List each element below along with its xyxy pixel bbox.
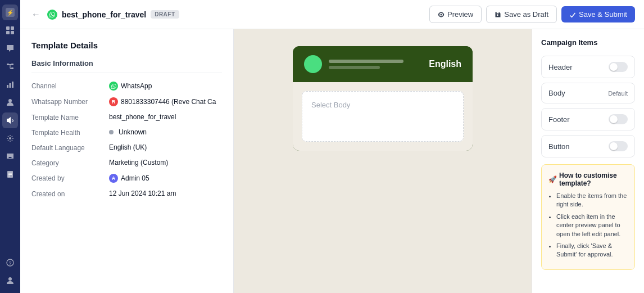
- right-panel: Campaign Items Header Body Default Foote…: [532, 29, 644, 293]
- main-area: ← best_phone_for_travel DRAFT Preview Sa…: [20, 0, 644, 293]
- svg-rect-3: [11, 26, 14, 30]
- campaign-item-footer[interactable]: Footer: [541, 108, 635, 130]
- created-by-value: A Admin 05: [109, 174, 149, 183]
- info-row-created-by: Created by A Admin 05: [31, 174, 222, 183]
- info-row-template-name: Template Name best_phone_for_travel: [31, 113, 222, 121]
- save-draft-button[interactable]: Save as Draft: [486, 6, 557, 23]
- created-on-label: Created on: [31, 190, 105, 198]
- page-title: best_phone_for_travel: [62, 10, 146, 19]
- button-toggle[interactable]: [609, 141, 628, 151]
- svg-rect-4: [6, 31, 10, 34]
- header-item-label: Header: [548, 63, 573, 71]
- category-value: Marketing (Custom): [109, 159, 168, 166]
- basic-info-title: Basic Information: [31, 59, 222, 73]
- svg-rect-8: [11, 67, 13, 69]
- lang-line-long: [329, 60, 403, 63]
- number-value: R 8801833307446 (Reve Chat Ca: [109, 97, 216, 106]
- sidebar-settings-icon[interactable]: [2, 130, 18, 146]
- channel-value: WhatsApp: [109, 82, 152, 91]
- save-submit-icon: [569, 11, 576, 18]
- svg-rect-7: [11, 64, 13, 65]
- health-dot-icon: [109, 130, 114, 134]
- how-to-title: 🚀 🚀 How to customise template? How to cu…: [548, 172, 628, 187]
- rocket-icon: 🚀: [548, 175, 557, 183]
- topbar-left: ← best_phone_for_travel DRAFT: [29, 7, 425, 22]
- preview-body-area[interactable]: Select Body: [293, 82, 473, 151]
- svg-text:⚡: ⚡: [7, 9, 14, 16]
- info-row-health: Template Health Unknown: [31, 128, 222, 137]
- language-label: Default Language: [31, 143, 105, 152]
- info-row-channel: Channel WhatsApp: [31, 82, 222, 91]
- sidebar-campaigns-icon[interactable]: [2, 112, 18, 128]
- how-to-step-3: Finally, click 'Save & Submit' for appro…: [556, 242, 628, 259]
- sidebar-help-icon[interactable]: ?: [2, 255, 18, 271]
- sidebar-grid-icon[interactable]: [2, 22, 18, 38]
- how-to-step-2: Click each item in the center preview pa…: [556, 213, 628, 238]
- footer-item-label: Footer: [548, 115, 570, 124]
- admin-avatar: A: [109, 174, 118, 183]
- save-submit-button[interactable]: Save & Submit: [561, 6, 635, 22]
- health-value: Unknown: [109, 128, 147, 136]
- campaign-item-body[interactable]: Body Default: [541, 83, 635, 103]
- sidebar-user-icon[interactable]: [2, 273, 18, 289]
- sidebar-chat-icon[interactable]: [2, 40, 18, 56]
- campaign-item-button[interactable]: Button: [541, 135, 635, 157]
- svg-text:?: ?: [8, 260, 11, 266]
- channel-label: Channel: [31, 82, 105, 90]
- lang-line-short: [329, 66, 380, 69]
- sidebar-inbox-icon[interactable]: [2, 148, 18, 164]
- created-on-value: 12 Jun 2024 10:21 am: [109, 190, 176, 197]
- message-bubble[interactable]: Select Body: [302, 91, 464, 142]
- template-name-value: best_phone_for_travel: [109, 113, 176, 121]
- topbar: ← best_phone_for_travel DRAFT Preview Sa…: [20, 0, 644, 29]
- campaign-items-title: Campaign Items: [541, 38, 635, 47]
- svg-rect-6: [7, 64, 9, 65]
- left-panel: Template Details Basic Information Chann…: [20, 29, 234, 293]
- reve-avatar: R: [109, 97, 118, 106]
- button-item-label: Button: [548, 142, 570, 151]
- sidebar-logo-icon[interactable]: ⚡: [2, 4, 18, 20]
- body-item-label: Body: [548, 89, 565, 97]
- number-label: Whatsapp Number: [31, 97, 105, 106]
- select-body-placeholder: Select Body: [311, 101, 350, 109]
- body-item-default: Default: [608, 90, 628, 97]
- sidebar: ⚡ ?: [0, 0, 20, 293]
- svg-rect-2: [6, 26, 10, 30]
- preview-icon: [438, 11, 445, 18]
- svg-rect-5: [11, 31, 14, 34]
- preview-language-label: English: [429, 59, 461, 69]
- svg-rect-14: [12, 82, 13, 88]
- created-by-label: Created by: [31, 174, 105, 182]
- center-preview: English Select Body: [234, 29, 532, 293]
- svg-point-23: [8, 277, 12, 281]
- sidebar-chart-icon[interactable]: [2, 76, 18, 92]
- info-row-category: Category Marketing (Custom): [31, 159, 222, 167]
- language-value: English (UK): [109, 143, 147, 151]
- preview-button[interactable]: Preview: [429, 6, 482, 23]
- info-row-number: Whatsapp Number R 8801833307446 (Reve Ch…: [31, 97, 222, 106]
- save-draft-label: Save as Draft: [504, 10, 548, 19]
- sidebar-reports-icon[interactable]: [2, 166, 18, 182]
- back-button[interactable]: ←: [29, 7, 43, 22]
- category-label: Category: [31, 159, 105, 167]
- svg-rect-12: [7, 85, 8, 88]
- template-details-title: Template Details: [31, 40, 222, 50]
- campaign-item-header[interactable]: Header: [541, 56, 635, 78]
- sidebar-flows-icon[interactable]: [2, 58, 18, 74]
- svg-rect-13: [10, 83, 11, 88]
- footer-toggle[interactable]: [609, 114, 628, 124]
- save-draft-icon: [495, 11, 501, 18]
- preview-card: English Select Body: [293, 46, 473, 151]
- topbar-actions: Preview Save as Draft Save & Submit: [429, 6, 635, 23]
- preview-label: Preview: [447, 10, 473, 19]
- header-toggle[interactable]: [609, 62, 628, 72]
- how-to-step-1: Enable the items from the right side.: [556, 192, 628, 209]
- svg-point-15: [8, 99, 12, 102]
- sidebar-contacts-icon[interactable]: [2, 94, 18, 110]
- template-name-label: Template Name: [31, 113, 105, 121]
- preview-header-bar: English: [293, 46, 473, 82]
- whatsapp-icon: [47, 10, 57, 20]
- save-submit-label: Save & Submit: [579, 10, 627, 19]
- whatsapp-dot: [109, 82, 118, 91]
- info-row-language: Default Language English (UK): [31, 143, 222, 152]
